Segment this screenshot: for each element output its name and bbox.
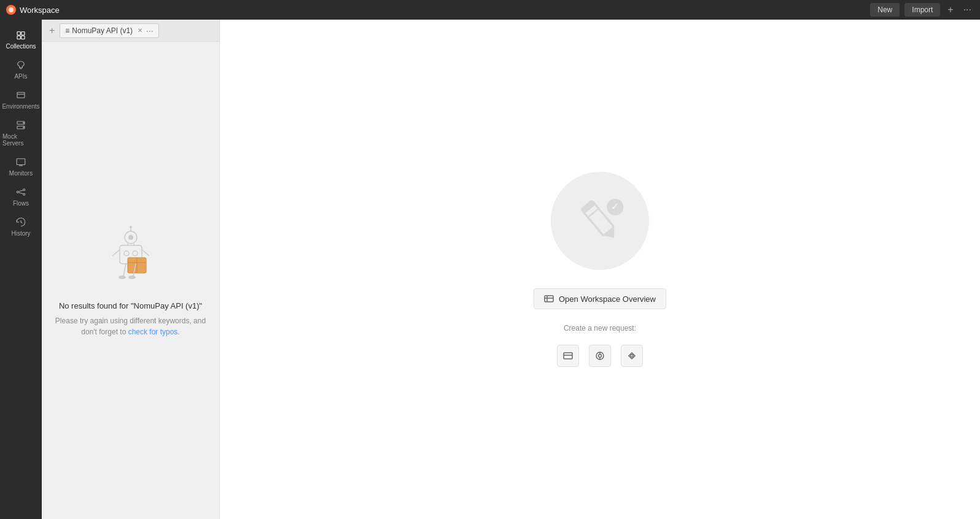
open-workspace-overview-button[interactable]: Open Workspace Overview xyxy=(534,288,666,309)
svg-point-40 xyxy=(128,275,136,279)
apis-label: APIs xyxy=(14,73,27,80)
sidebar-item-history[interactable]: History xyxy=(0,212,42,242)
panel-tabs: + ≡ NomuPay API (v1) ✕ ··· xyxy=(42,20,219,42)
no-results-description: Please try again using different keyword… xyxy=(55,315,206,337)
sidebar-item-environments[interactable]: Environments xyxy=(0,85,42,115)
tab-icon: ≡ xyxy=(65,26,69,35)
svg-rect-13 xyxy=(17,159,25,165)
desc-part2: don't forget to xyxy=(81,328,128,336)
open-workspace-label: Open Workspace Overview xyxy=(559,294,656,304)
svg-line-33 xyxy=(142,250,149,256)
add-panel-tab-button[interactable]: + xyxy=(47,25,57,36)
svg-line-44 xyxy=(588,209,599,217)
monitors-icon xyxy=(15,156,26,167)
tab-label: NomuPay API (v1) xyxy=(72,26,133,35)
svg-line-32 xyxy=(112,250,120,256)
svg-point-11 xyxy=(23,123,25,124)
workspace-label: Workspace xyxy=(20,6,60,15)
environments-label: Environments xyxy=(2,103,39,110)
robot-illustration xyxy=(94,224,168,291)
tab-more-button[interactable]: ··· xyxy=(146,26,154,36)
svg-text:✓: ✓ xyxy=(611,201,619,212)
grpc-icon xyxy=(626,350,637,361)
svg-rect-47 xyxy=(545,296,553,302)
svg-rect-4 xyxy=(21,36,25,39)
svg-point-18 xyxy=(23,193,25,195)
main-layout: Collections APIs Environments xyxy=(0,20,980,519)
pencil-icon: ✓ xyxy=(572,193,628,248)
panel-tab-nomupay[interactable]: ≡ NomuPay API (v1) ✕ ··· xyxy=(60,23,158,38)
add-tab-button[interactable]: + xyxy=(945,4,955,15)
svg-point-16 xyxy=(17,191,18,193)
graphql-button[interactable] xyxy=(589,345,611,367)
history-icon xyxy=(15,217,26,228)
graphql-icon xyxy=(594,350,605,361)
svg-line-37 xyxy=(123,264,126,276)
svg-point-28 xyxy=(124,251,129,256)
svg-point-24 xyxy=(128,235,133,240)
workspace-logo: Workspace xyxy=(6,5,60,15)
environments-icon xyxy=(15,90,26,101)
collections-icon xyxy=(15,29,26,40)
http-icon xyxy=(562,350,574,361)
new-button[interactable]: New xyxy=(870,3,900,17)
postman-logo-icon xyxy=(6,5,16,15)
create-request-label: Create a new request: xyxy=(564,324,636,333)
svg-rect-50 xyxy=(564,353,572,359)
monitors-label: Monitors xyxy=(9,170,33,177)
sidebar-item-monitors[interactable]: Monitors xyxy=(0,152,42,182)
topbar: Workspace New Import + ··· xyxy=(0,0,980,20)
grpc-button[interactable] xyxy=(621,345,643,367)
svg-rect-2 xyxy=(21,32,25,35)
tab-close-button[interactable]: ✕ xyxy=(138,27,142,34)
svg-point-0 xyxy=(9,7,14,12)
no-results-panel: No results found for "NomuPay API (v1)" … xyxy=(42,42,219,519)
main-content: ✓ Open Workspace Overview Create a new r… xyxy=(220,20,980,519)
mock-servers-label: Mock Servers xyxy=(2,133,39,147)
svg-point-17 xyxy=(23,189,25,191)
svg-line-19 xyxy=(18,190,23,191)
history-label: History xyxy=(11,230,30,237)
svg-point-39 xyxy=(119,275,126,279)
workspace-icon xyxy=(544,294,554,304)
flows-icon xyxy=(15,186,26,198)
http-request-button[interactable] xyxy=(557,345,579,367)
svg-line-20 xyxy=(18,193,23,194)
svg-rect-1 xyxy=(17,32,20,35)
svg-point-29 xyxy=(133,251,138,256)
apis-icon xyxy=(15,60,26,71)
flows-label: Flows xyxy=(13,200,29,207)
svg-point-56 xyxy=(631,355,633,357)
center-area: ✓ Open Workspace Overview Create a new r… xyxy=(534,172,666,367)
svg-point-26 xyxy=(130,226,132,228)
workspace-overview-illustration: ✓ xyxy=(551,172,649,270)
desc-part3: . xyxy=(177,328,179,336)
sidebar-item-flows[interactable]: Flows xyxy=(0,182,42,212)
svg-point-12 xyxy=(23,127,25,128)
left-panel: + ≡ NomuPay API (v1) ✕ ··· xyxy=(42,20,220,519)
desc-part1: Please try again using different keyword… xyxy=(55,317,206,325)
svg-point-53 xyxy=(599,355,602,358)
check-typos-link[interactable]: check for typos xyxy=(128,328,178,336)
import-button[interactable]: Import xyxy=(904,3,940,17)
sidebar: Collections APIs Environments xyxy=(0,20,42,519)
no-results-title: No results found for "NomuPay API (v1)" xyxy=(59,301,202,310)
more-options-button[interactable]: ··· xyxy=(961,4,974,15)
svg-line-22 xyxy=(21,222,22,223)
sidebar-item-apis[interactable]: APIs xyxy=(0,55,42,85)
mock-servers-icon xyxy=(15,120,26,131)
collections-label: Collections xyxy=(6,43,36,50)
svg-marker-42 xyxy=(604,227,620,242)
request-type-icons xyxy=(557,345,643,367)
sidebar-item-mock-servers[interactable]: Mock Servers xyxy=(0,115,42,152)
sidebar-item-collections[interactable]: Collections xyxy=(0,25,42,55)
svg-rect-3 xyxy=(17,36,20,39)
svg-rect-7 xyxy=(17,93,25,98)
